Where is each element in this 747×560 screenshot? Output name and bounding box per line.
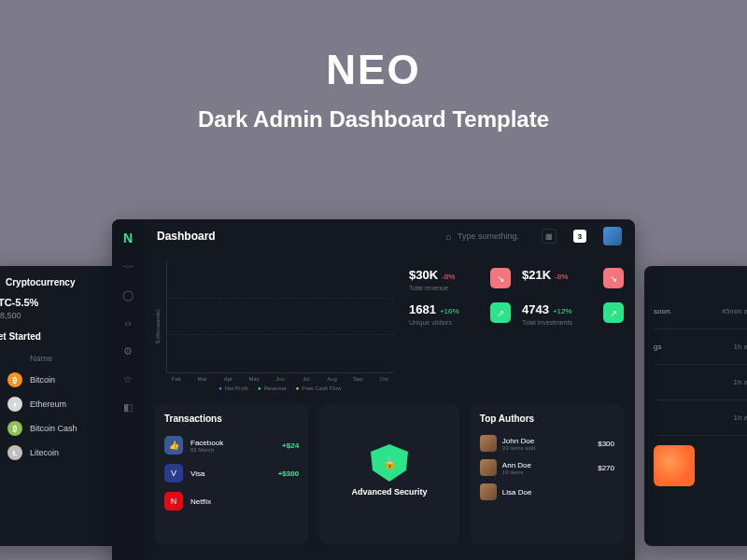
coin-icon: ♦ — [7, 397, 22, 412]
hero-subtitle: Dark Admin Dashboard Template — [0, 106, 747, 133]
topbar: Dashboard Type something. ▦ 3 — [144, 219, 635, 253]
notification-thumbnail[interactable] — [654, 445, 695, 486]
authors-title: Top Authors — [480, 413, 614, 424]
hero-title: NEO — [0, 47, 747, 93]
ticker-delta: -5.5% — [12, 297, 39, 308]
legend-revenue: Revenue — [258, 385, 287, 391]
coin-name: Litecoin — [30, 448, 59, 457]
coin-name: Bitcoin Cash — [30, 424, 78, 433]
author-avatar — [480, 483, 497, 500]
crypto-panel: Cryptocurrency BTC-5.5% $38,500 Get Star… — [0, 266, 131, 546]
transaction-row[interactable]: V Visa +$300 — [164, 459, 299, 487]
authors-card: Top Authors John Doe33 items sold $300 A… — [471, 404, 624, 544]
nav-star-icon[interactable]: ☆ — [121, 372, 134, 385]
coin-name: Ethereum — [30, 399, 66, 409]
coin-icon: ₿ — [7, 421, 22, 436]
page-title: Dashboard — [157, 230, 216, 243]
coin-row[interactable]: 4 Ł Litecoin — [0, 441, 121, 465]
legend-fcf: Free Cash Flow — [296, 385, 342, 391]
trend-icon: ↗ — [490, 302, 511, 323]
app-logo[interactable]: N — [123, 231, 133, 245]
author-avatar — [480, 459, 497, 476]
get-started-heading: Get Started — [0, 331, 121, 342]
security-title: Advanced Security — [351, 487, 427, 497]
crypto-panel-title: Cryptocurrency — [0, 277, 121, 287]
transactions-card: Transactions 👍 Facebook02 March +$24 V V… — [155, 404, 308, 544]
trend-icon: ↗ — [603, 302, 624, 323]
stat-tile[interactable]: $21K-8% ↘ — [522, 266, 624, 291]
stat-tile[interactable]: 4743+12% Total investments ↗ — [522, 301, 624, 326]
author-row[interactable]: Lisa Doe — [480, 480, 614, 504]
trend-icon: ↘ — [490, 268, 511, 288]
nav-code-icon[interactable]: ‹› — [121, 316, 134, 329]
legend-net-profit: Net Profit — [218, 385, 248, 391]
nav-settings-icon[interactable]: ⚙ — [121, 344, 134, 357]
stat-tile[interactable]: $30K-8% Total revenue ↘ — [409, 266, 511, 291]
notification-badge[interactable]: 3 — [573, 230, 586, 243]
grid-view-icon[interactable]: ▦ — [542, 229, 557, 244]
user-avatar[interactable] — [603, 227, 622, 245]
revenue-chart: $ (thousands) — [155, 260, 394, 391]
coin-row[interactable]: 2 ♦ Ethereum — [0, 392, 121, 416]
notification-item[interactable]: 1h ago — [654, 400, 747, 436]
author-avatar — [480, 435, 497, 452]
trend-icon: ↘ — [603, 268, 624, 288]
transaction-row[interactable]: N Netflix — [164, 487, 299, 515]
coin-icon: Ł — [7, 445, 22, 460]
nav-bookmark-icon[interactable]: ◧ — [121, 400, 134, 413]
nav-globe-icon[interactable]: ◯ — [121, 288, 134, 301]
merchant-icon: 👍 — [164, 436, 183, 455]
sidebar: N 〰 ◯ ‹› ⚙ ☆ ◧ — [112, 219, 144, 560]
coin-icon: ₿ — [7, 372, 22, 387]
notification-item[interactable]: 1h ago — [654, 365, 747, 400]
search-input[interactable]: Type something. — [445, 231, 519, 242]
transactions-title: Transactions — [164, 413, 299, 424]
coin-row[interactable]: 1 ₿ Bitcoin — [0, 368, 121, 392]
chart-ylabel: $ (thousands) — [155, 309, 161, 343]
ticker-symbol: BTC — [0, 297, 12, 308]
security-card[interactable]: Advanced Security — [319, 404, 459, 544]
col-name: Name — [30, 354, 52, 363]
ticker-price: $38,500 — [0, 311, 121, 320]
merchant-icon: V — [164, 464, 183, 483]
stat-tile[interactable]: 1681+16% Unique visitors ↗ — [409, 301, 511, 326]
author-row[interactable]: Ann Doe19 items $270 — [480, 455, 614, 480]
notification-item[interactable]: gs 1h ago — [654, 329, 747, 365]
coin-row[interactable]: 3 ₿ Bitcoin Cash — [0, 416, 121, 441]
coin-name: Bitcoin — [30, 375, 55, 385]
shield-icon — [371, 444, 408, 482]
notification-item[interactable]: soon. 45min ago — [654, 294, 747, 329]
merchant-icon: N — [164, 492, 183, 511]
transaction-row[interactable]: 👍 Facebook02 March +$24 — [164, 431, 299, 459]
nav-activity-icon[interactable]: 〰 — [121, 260, 134, 273]
notifications-panel: ✕ soon. 45min ago gs 1h ago 1h ago 1h ag… — [644, 266, 747, 546]
dashboard-window: N 〰 ◯ ‹› ⚙ ☆ ◧ Dashboard Type something.… — [112, 219, 635, 560]
crypto-ticker[interactable]: BTC-5.5% — [0, 297, 121, 308]
author-row[interactable]: John Doe33 items sold $300 — [480, 431, 614, 455]
